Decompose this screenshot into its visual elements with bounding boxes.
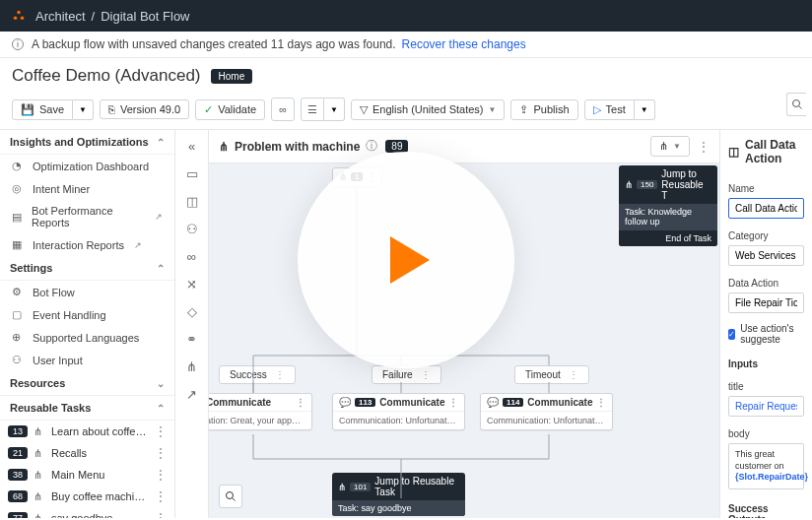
message-icon[interactable]: ▭ [184, 165, 200, 181]
branch-timeout[interactable]: Timeout⋮ [514, 365, 589, 384]
svg-point-2 [21, 17, 25, 20]
goggles-icon[interactable]: ∞ [184, 248, 200, 264]
breadcrumb-root[interactable]: Architect [35, 9, 86, 24]
flow-icon: ⋔ [659, 140, 668, 153]
save-button[interactable]: 💾Save [12, 99, 73, 120]
more-icon[interactable]: ⋮ [155, 489, 167, 503]
home-badge: Home [211, 69, 253, 84]
recover-link[interactable]: Recover these changes [402, 37, 526, 51]
language-button[interactable]: ▽English (United States)▼ [351, 99, 505, 120]
section-reusable-tasks[interactable]: Reusable Tasks⌃ [0, 396, 174, 421]
check-icon: ✓ [204, 103, 213, 116]
svg-point-0 [17, 11, 21, 15]
section-success: Success Outputs [728, 503, 804, 518]
title-row: Coffee Demo (Advanced) Home [0, 58, 812, 94]
sidebar-item-intent-miner[interactable]: ◎Intent Miner [0, 177, 174, 200]
more-icon[interactable]: ⋮ [155, 424, 167, 438]
validate-button[interactable]: ✓Validate [195, 99, 265, 120]
svg-point-3 [792, 100, 799, 107]
task-item[interactable]: 68⋔Buy coffee machines⋮ [0, 486, 174, 507]
flow-icon: ⋔ [34, 469, 45, 482]
publish-button[interactable]: ⇪Publish [510, 99, 577, 120]
sidebar: Insights and Optimizations⌃ ◔Optimizatio… [0, 130, 175, 518]
more-icon[interactable]: ⋮ [155, 511, 167, 518]
link-icon-button[interactable]: ∞ [271, 98, 295, 121]
flow-icon: ⋔ [34, 447, 45, 460]
node-jump-reusable[interactable]: ⋔150Jump to Reusable T Task: Knowledge f… [619, 165, 717, 246]
more-icon[interactable]: ⋮ [275, 369, 285, 380]
node-communicate[interactable]: 💬113Communicate⋮ Communication: Unfortun… [332, 393, 465, 430]
sidebar-item-bot-flow[interactable]: ⚙Bot Flow [0, 281, 174, 303]
sidebar-item-user-input[interactable]: ⚇User Input [0, 349, 174, 371]
banner-text: A backup flow with unsaved changes creat… [32, 37, 396, 51]
canvas-header: ⋔Problem with machineⓘ 89 ⋔▼ ⋮ [209, 130, 719, 163]
shuffle-icon[interactable]: ⤨ [184, 276, 200, 292]
list-icon-button[interactable]: ☰ [301, 98, 324, 121]
search-button[interactable] [786, 93, 806, 116]
link-icon[interactable]: ⚭ [184, 331, 200, 347]
data-action-input[interactable] [728, 292, 804, 313]
bot-icon: ⚙ [12, 286, 25, 298]
node-communicate[interactable]: Communicate⋮ ation: Great, your appointm… [209, 393, 312, 430]
branch-success[interactable]: Success⋮ [219, 365, 296, 384]
label-category: Category [728, 230, 804, 241]
version-button[interactable]: ⎘Version 49.0 [100, 99, 189, 119]
suggested-checkbox[interactable]: ✓Use action's suggeste [728, 323, 804, 345]
info-icon: i [12, 38, 24, 50]
more-icon[interactable]: ⋮ [569, 369, 578, 380]
play-video-button[interactable] [298, 152, 514, 368]
more-icon[interactable]: ⋮ [155, 468, 167, 482]
task-item[interactable]: 77⋔say goodbye⋮ [0, 507, 174, 518]
database-icon[interactable]: ◫ [184, 193, 200, 209]
globe-icon: ⊕ [12, 331, 25, 344]
category-input[interactable] [728, 245, 804, 266]
sidebar-item-bot-performance[interactable]: ▤Bot Performance Reports↗ [0, 200, 174, 233]
collapse-icon[interactable]: « [184, 138, 200, 154]
flow-icon: ⋔ [625, 179, 633, 190]
help-icon[interactable]: ⓘ [366, 138, 377, 155]
test-button[interactable]: ▷Test [584, 99, 635, 120]
node-jump-reusable[interactable]: ⋔101Jump to Reusable Task Task: say good… [332, 473, 465, 516]
more-icon[interactable]: ⋮ [421, 369, 431, 380]
flow-icon: ⋔ [219, 140, 229, 154]
more-icon[interactable]: ⋮ [155, 446, 167, 460]
breadcrumb-current[interactable]: Digital Bot Flow [101, 9, 189, 24]
more-icon[interactable]: ⋮ [596, 397, 606, 408]
sidebar-item-interaction-reports[interactable]: ▦Interaction Reports↗ [0, 233, 174, 256]
section-insights[interactable]: Insights and Optimizations⌃ [0, 130, 174, 155]
diamond-icon[interactable]: ◇ [184, 303, 200, 319]
section-settings[interactable]: Settings⌃ [0, 256, 174, 281]
section-resources[interactable]: Resources⌄ [0, 371, 174, 396]
body-textarea[interactable]: This great customer on {Slot.RepairDate} [728, 443, 804, 489]
external-icon: ↗ [134, 240, 142, 250]
flow-icon[interactable]: ⋔ [184, 358, 200, 374]
user-icon: ⚇ [12, 354, 25, 366]
more-icon[interactable]: ⋮ [698, 140, 710, 154]
title-input[interactable] [728, 396, 804, 417]
save-dropdown[interactable]: ▼ [73, 99, 94, 120]
more-icon[interactable]: ⋮ [296, 397, 305, 408]
external-icon[interactable]: ↗ [184, 386, 200, 402]
bot-icon[interactable]: ⚇ [184, 221, 200, 236]
task-item[interactable]: 38⋔Main Menu⋮ [0, 464, 174, 486]
list-dropdown[interactable]: ▼ [324, 98, 345, 121]
test-dropdown[interactable]: ▼ [635, 99, 655, 120]
layout-button[interactable]: ⋔▼ [650, 136, 690, 157]
task-item[interactable]: 21⋔Recalls⋮ [0, 442, 174, 464]
play-icon: ▷ [593, 103, 601, 116]
zoom-button[interactable] [219, 485, 242, 508]
node-communicate[interactable]: 💬114Communicate⋮ Communication: Unfortun… [480, 393, 613, 430]
flow-icon: ⋔ [34, 425, 45, 438]
section-inputs: Inputs [728, 358, 804, 369]
sidebar-item-optimization[interactable]: ◔Optimization Dashboard [0, 155, 174, 177]
sidebar-item-languages[interactable]: ⊕Supported Languages [0, 326, 174, 349]
chart-icon: ▤ [12, 211, 24, 224]
more-icon[interactable]: ⋮ [448, 397, 458, 408]
topbar: Architect / Digital Bot Flow [0, 0, 812, 32]
name-input[interactable] [728, 198, 804, 219]
copy-icon: ⎘ [108, 103, 115, 115]
chat-icon: 💬 [487, 397, 499, 408]
sidebar-item-event-handling[interactable]: ▢Event Handling [0, 303, 174, 326]
task-item[interactable]: 13⋔Learn about coffee beans⋮ [0, 421, 174, 442]
svg-line-4 [798, 106, 801, 109]
